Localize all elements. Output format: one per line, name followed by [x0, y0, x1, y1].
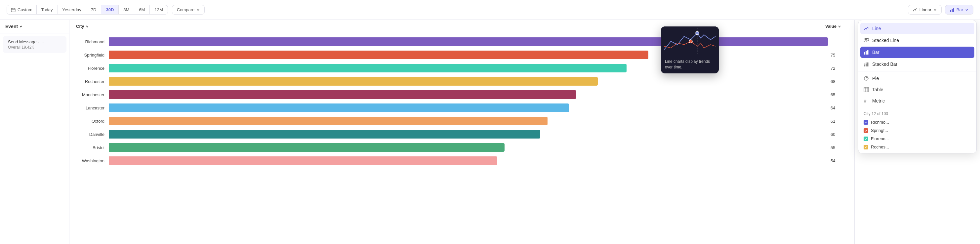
sidebar-item-name: Send Message - ... — [8, 39, 61, 44]
metric-icon: # — [864, 98, 869, 104]
table-row: Danville60 — [76, 128, 848, 140]
dropdown-line[interactable]: Line — [860, 23, 974, 34]
tooltip-chart-preview — [661, 26, 719, 56]
svg-rect-15 — [865, 62, 867, 64]
dropdown-metric[interactable]: # Metric — [858, 95, 976, 107]
city-richmond-checkbox[interactable] — [864, 120, 868, 124]
dropdown-stacked-line[interactable]: Stacked Line — [858, 35, 976, 46]
row-city-label: Richmond — [76, 39, 109, 44]
table-row: Bristol55 — [76, 142, 848, 153]
dropdown-bar[interactable]: Bar — [860, 46, 974, 58]
dropdown-line-label: Line — [872, 26, 881, 31]
tooltip-text: Line charts display trends over time. — [661, 56, 719, 73]
row-bar — [109, 117, 547, 125]
12m-btn[interactable]: 12M — [150, 5, 167, 14]
dropdown-pie[interactable]: Pie — [858, 73, 976, 84]
value-col-label: Value — [825, 24, 837, 29]
checkmark-icon4 — [864, 145, 868, 149]
row-bar-container — [109, 77, 828, 86]
event-chevron-icon — [19, 25, 22, 28]
row-value-label: 54 — [828, 158, 848, 163]
row-bar — [109, 77, 598, 86]
dropdown-divider1 — [858, 71, 976, 72]
row-value-label: 75 — [828, 53, 848, 57]
pie-icon — [864, 76, 869, 81]
dropdown-stacked-bar-label: Stacked Bar — [872, 62, 897, 67]
chart-header: City Value — [76, 20, 848, 33]
svg-rect-5 — [951, 9, 953, 12]
6m-btn[interactable]: 6M — [134, 5, 150, 14]
sidebar-header[interactable]: Event — [0, 20, 69, 33]
dropdown-stacked-line-label: Stacked Line — [872, 38, 899, 43]
svg-rect-17 — [867, 62, 869, 63]
city-filter-richmond[interactable]: Richmo... — [858, 118, 976, 126]
7d-btn[interactable]: 7D — [86, 5, 102, 14]
city-filter-florence[interactable]: Florenc... — [858, 135, 976, 143]
toolbar: Custom Today Yesterday 7D 30D 3M 6M 12M … — [0, 0, 980, 20]
svg-rect-0 — [11, 8, 15, 12]
row-city-label: Oxford — [76, 119, 109, 124]
table-row: Springfield75 — [76, 49, 848, 61]
row-value-label: 65 — [828, 92, 848, 97]
row-bar-container — [109, 130, 828, 139]
col-value-header[interactable]: Value — [808, 24, 848, 29]
svg-rect-19 — [864, 87, 869, 92]
checkmark-icon2 — [864, 129, 868, 132]
linear-icon — [913, 8, 918, 12]
row-bar — [109, 104, 569, 112]
city-florence-checkbox[interactable] — [864, 137, 868, 141]
custom-btn[interactable]: Custom — [7, 5, 37, 14]
main-content: Event Send Message - ... Overall 19.42K … — [0, 20, 980, 244]
linear-btn[interactable]: Linear — [908, 5, 942, 14]
dropdown-stacked-bar[interactable]: Stacked Bar — [858, 59, 976, 70]
stacked-bar-icon — [864, 62, 869, 67]
svg-rect-14 — [865, 64, 867, 67]
city-filter-header: City 12 of 100 — [858, 109, 976, 118]
line-icon — [864, 26, 869, 31]
send-message-item[interactable]: Send Message - ... Overall 19.42K — [3, 36, 67, 53]
custom-label: Custom — [18, 7, 32, 12]
svg-rect-13 — [864, 64, 865, 65]
city-col-label: City — [76, 24, 84, 29]
svg-rect-6 — [953, 8, 954, 12]
city-filter-springfield[interactable]: Springf... — [858, 126, 976, 135]
row-bar-container — [109, 117, 828, 125]
col-city-header[interactable]: City — [76, 24, 109, 29]
bar-chevron-icon — [965, 8, 969, 11]
chart-dropdown: Line Stacked Line Bar — [858, 20, 977, 153]
stacked-line-icon — [864, 38, 869, 43]
row-bar-container — [109, 37, 828, 46]
row-value-label: 68 — [828, 79, 848, 84]
row-bar-container — [109, 156, 828, 165]
bar-chart-icon — [950, 8, 955, 12]
date-range-group: Custom Today Yesterday 7D 30D 3M 6M 12M — [6, 5, 168, 14]
row-value-label: 60 — [828, 132, 848, 137]
dropdown-bar-label: Bar — [872, 49, 880, 55]
bar-icon — [864, 49, 869, 55]
3m-btn[interactable]: 3M — [119, 5, 134, 14]
sidebar: Event Send Message - ... Overall 19.42K — [0, 20, 70, 244]
table-icon — [864, 87, 869, 92]
30d-btn[interactable]: 30D — [101, 5, 119, 14]
row-city-label: Rochester — [76, 79, 109, 84]
bar-label: Bar — [956, 7, 963, 12]
svg-text:#: # — [864, 99, 867, 104]
row-value-label: 64 — [828, 105, 848, 110]
city-springfield-checkbox[interactable] — [864, 128, 868, 133]
today-btn[interactable]: Today — [37, 5, 58, 14]
city-filter-rochester[interactable]: Roches... — [858, 143, 976, 151]
svg-rect-16 — [867, 63, 869, 67]
yesterday-btn[interactable]: Yesterday — [58, 5, 86, 14]
row-city-label: Bristol — [76, 145, 109, 150]
checkmark-icon — [864, 121, 868, 124]
city-rochester-checkbox[interactable] — [864, 145, 868, 150]
chart-area: City Value RichmondSpringfield75Florence… — [70, 20, 854, 244]
row-value-label: 55 — [828, 145, 848, 150]
svg-rect-4 — [950, 10, 951, 12]
dropdown-pie-label: Pie — [872, 76, 879, 81]
linear-chevron-icon — [933, 8, 937, 11]
compare-btn[interactable]: Compare — [172, 5, 205, 14]
row-city-label: Florence — [76, 66, 109, 71]
dropdown-table[interactable]: Table — [858, 84, 976, 95]
bar-btn[interactable]: Bar — [945, 5, 974, 14]
